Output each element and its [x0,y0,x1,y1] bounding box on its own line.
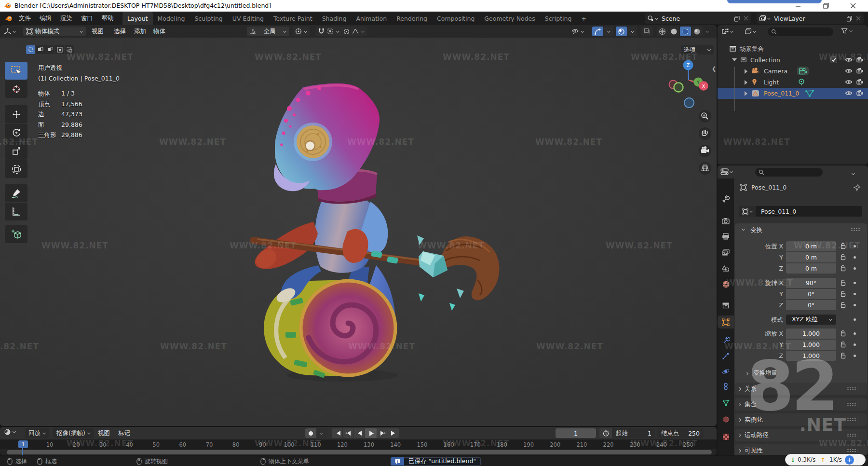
snap-target-icon[interactable] [327,28,334,35]
record-dropdown[interactable] [316,428,326,438]
lock-open-icon[interactable] [840,302,846,308]
tool-cursor[interactable] [5,80,27,98]
viewport-shading-rendered[interactable] [692,27,703,36]
nav-gizmo[interactable]: ZYX [667,52,715,178]
timeline-menu-0[interactable]: 回放 [25,428,49,438]
snap-group[interactable] [316,27,342,36]
transform-field-9[interactable]: 1.000 [786,351,836,361]
properties-tab-tool[interactable] [718,192,734,206]
transform-deltas-subpanel[interactable]: 变换增量 [753,369,777,377]
outliner-row-light[interactable]: Light [718,77,868,88]
playback-next-key[interactable] [377,428,388,438]
panel-grip[interactable] [847,387,857,391]
viewport-gizmo-toggle[interactable] [592,27,603,36]
lock-open-icon[interactable] [840,290,846,297]
playback-prev-key[interactable] [343,428,353,438]
viewport-shading-material[interactable] [680,27,691,36]
outliner-row-pose-011-0[interactable]: Pose_011_0 [718,88,868,99]
transform-field-7[interactable]: 1.000 [786,329,836,339]
tool-transform[interactable] [5,160,27,178]
pivot-dropdown[interactable] [293,27,310,36]
properties-tab-object-data[interactable] [718,397,734,410]
playback-jump-start[interactable] [332,428,342,438]
sidebar-collapse-arrow[interactable]: ❮ [712,66,716,72]
workspace-tab-modeling[interactable]: Modeling [153,12,190,25]
animate-dot[interactable] [854,282,856,284]
lock-open-icon[interactable] [840,279,846,286]
disable-render-icon[interactable] [856,90,864,96]
animate-dot[interactable] [854,293,856,295]
outliner-label[interactable]: Collection [750,56,780,64]
falloff-icon[interactable] [352,28,359,34]
lock-open-icon[interactable] [840,265,846,272]
transform-field-1[interactable]: 0 m [786,252,836,262]
viewlayer-selector[interactable]: ViewLayer [757,13,864,24]
properties-tab-output[interactable] [718,230,734,243]
viewport-menu-0[interactable]: 视图 [92,27,104,36]
disclosure-down[interactable] [732,58,737,64]
properties-search[interactable] [755,168,823,177]
timeline-scrollbar[interactable] [7,450,712,454]
disable-render-icon[interactable] [856,68,864,74]
workspace-tab-compositing[interactable]: Compositing [432,12,479,25]
viewport-zoom-button[interactable] [699,110,711,123]
viewport-overlays-toggle[interactable] [616,27,627,36]
panel-grip[interactable] [847,433,857,437]
playback-play-back[interactable] [354,428,365,438]
mode-dropdown[interactable]: 物体模式 [23,27,86,36]
workspace-tab-scripting[interactable]: Scripting [540,12,577,25]
properties-tab-scene[interactable] [718,261,734,274]
viewport-gizmo-dropdown[interactable] [604,27,613,36]
viewport-menu-2[interactable]: 添加 [134,27,146,36]
outliner-display-dropdown[interactable] [745,28,756,35]
menu-0[interactable]: 文件 [14,12,35,25]
properties-options-chevron[interactable] [852,172,855,176]
workspace-tab-uv-editing[interactable]: UV Editing [228,12,269,25]
viewlayer-copy-icon[interactable] [846,15,853,22]
net-plus-button[interactable]: + [845,455,854,465]
tool-add-cube[interactable] [5,225,27,243]
panel-集合[interactable]: 集合 [735,398,867,411]
outliner-label[interactable]: 场景集合 [740,45,764,53]
gizmo-neg-z[interactable] [684,98,694,108]
animate-dot[interactable] [854,245,856,247]
maximize-button[interactable] [822,2,829,9]
disclosure-right[interactable] [745,69,750,74]
scene-copy-icon[interactable] [734,15,740,22]
magnet-icon[interactable] [318,28,325,35]
options-dropdown[interactable]: 选项 [681,45,714,55]
transform-field-2[interactable]: 0 m [786,263,836,274]
frame-start-field[interactable]: 起始1 [612,428,655,438]
current-frame-field[interactable]: 1 [556,428,596,438]
properties-tab-modifiers[interactable] [718,333,734,346]
workspace-tab-sculpting[interactable]: Sculpting [190,12,227,25]
properties-tab-texture[interactable] [718,430,734,443]
workspace-tab-rendering[interactable]: Rendering [392,12,432,25]
editor-type-dropdown[interactable] [4,27,16,36]
lock-open-icon[interactable] [840,254,846,260]
workspace-tab-shading[interactable]: Shading [317,12,352,25]
lock-open-icon[interactable] [840,352,846,359]
lock-open-icon[interactable] [840,330,846,337]
select-mode-invert[interactable] [55,45,64,54]
animate-dot[interactable] [854,343,856,346]
animate-dot[interactable] [854,267,856,270]
viewport-shading-solid[interactable] [668,27,679,36]
properties-tab-particles[interactable] [718,349,734,362]
current-frame-marker[interactable]: 1 [18,440,28,448]
auto-keyframe-clock[interactable] [599,428,612,438]
proportional-group[interactable] [341,27,367,36]
properties-type-dropdown[interactable] [720,168,733,176]
panel-关系[interactable]: 关系 [735,383,867,395]
menu-2[interactable]: 渲染 [56,12,77,25]
outliner-row--[interactable]: 场景集合 [718,43,868,55]
panel-grip[interactable] [847,402,857,406]
outliner-row-collection[interactable]: Collection [718,55,868,66]
transform-field-0[interactable]: 0 m [786,241,836,251]
select-mode-extend[interactable] [36,45,45,54]
workspace-tab-layout[interactable]: Layout [122,12,153,25]
panel-grip[interactable] [847,449,857,452]
viewport-menu-1[interactable]: 选择 [114,27,126,36]
animate-dot[interactable] [854,318,856,321]
disclosure-right[interactable] [745,80,750,85]
